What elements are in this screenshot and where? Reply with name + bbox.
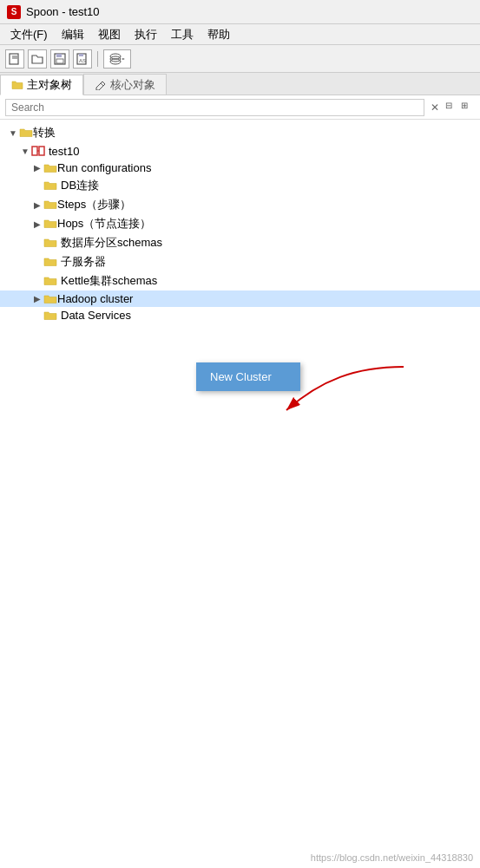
watermark: https://blog.csdn.net/weixin_44318830: [311, 852, 473, 863]
svg-rect-14: [39, 147, 44, 155]
tree-item-db-conn[interactable]: DB连接: [0, 176, 480, 195]
menu-edit[interactable]: 编辑: [56, 25, 89, 44]
arrow-icon: ▶: [31, 219, 43, 229]
svg-rect-5: [56, 59, 63, 63]
menu-execute[interactable]: 执行: [129, 25, 162, 44]
tree-item-run-config[interactable]: ▶ Run configurations: [0, 160, 480, 176]
tree-panel: ▼ 转换 ▼ test10 ▶: [0, 120, 480, 868]
toolbar-new-btn[interactable]: [5, 49, 24, 69]
title-text: Spoon - test10: [26, 5, 100, 18]
folder-icon: [43, 276, 57, 286]
search-icons: ⊟ ⊞: [445, 101, 475, 114]
menu-view[interactable]: 视图: [93, 25, 126, 44]
tree-item-db-partition[interactable]: 数据库分区schemas: [0, 233, 480, 252]
tree-item-steps[interactable]: ▶ Steps（步骤）: [0, 195, 480, 214]
toolbar-layers-btn[interactable]: [103, 49, 131, 69]
folder-icon: [43, 163, 57, 173]
search-clear-btn[interactable]: ✕: [428, 101, 442, 114]
menu-tools[interactable]: 工具: [166, 25, 199, 44]
tree-item-hadoop-cluster[interactable]: ▶ Hadoop cluster: [0, 290, 480, 307]
tree-item-kettle-cluster[interactable]: Kettle集群schemas: [0, 271, 480, 290]
svg-rect-13: [32, 147, 37, 155]
folder-icon: [43, 257, 57, 267]
context-menu: New Cluster: [196, 362, 300, 391]
search-expand-icon[interactable]: ⊞: [461, 101, 475, 114]
tab-main-tree[interactable]: 主对象树: [0, 75, 83, 95]
context-menu-new-cluster[interactable]: New Cluster: [196, 366, 300, 388]
title-bar: S Spoon - test10: [0, 0, 480, 24]
tree-item-hops[interactable]: ▶ Hops（节点连接）: [0, 214, 480, 233]
svg-rect-0: [10, 54, 18, 64]
svg-rect-4: [56, 54, 62, 57]
arrow-icon: ▼: [7, 128, 19, 138]
arrow-icon: ▶: [31, 163, 43, 173]
toolbar-open-btn[interactable]: [28, 49, 47, 69]
tree-item-test10[interactable]: ▼ test10: [0, 142, 480, 160]
arrow-icon: ▶: [31, 294, 43, 303]
pencil-icon: [95, 80, 107, 90]
tab-bar: 主对象树 核心对象: [0, 73, 480, 95]
menu-bar: 文件(F) 编辑 视图 执行 工具 帮助: [0, 24, 480, 45]
folder-icon: [43, 294, 57, 304]
folder-icon: [11, 80, 23, 90]
folder-icon: [43, 219, 57, 229]
toolbar: AS: [0, 45, 480, 73]
toolbar-save-btn[interactable]: [50, 49, 69, 69]
menu-help[interactable]: 帮助: [202, 25, 235, 44]
main-area: 主对象树 核心对象 ✕ ⊟ ⊞ ▼ 转换: [0, 73, 480, 868]
svg-text:AS: AS: [79, 58, 86, 63]
menu-file[interactable]: 文件(F): [5, 25, 53, 44]
toolbar-saveas-btn[interactable]: AS: [73, 49, 92, 69]
tab-core-objects[interactable]: 核心对象: [83, 74, 167, 95]
svg-rect-7: [79, 54, 83, 56]
search-input[interactable]: [5, 99, 424, 116]
tree-item-data-services[interactable]: Data Services: [0, 307, 480, 323]
search-collapse-icon[interactable]: ⊟: [445, 101, 459, 114]
search-bar: ✕ ⊟ ⊞: [0, 95, 480, 120]
folder-icon: [43, 199, 57, 210]
tree-item-sub-server[interactable]: 子服务器: [0, 252, 480, 271]
toolbar-separator: [97, 51, 98, 67]
arrow-icon: ▼: [19, 147, 31, 156]
app-icon: S: [7, 5, 21, 19]
folder-icon: [43, 180, 57, 191]
arrow-icon: ▶: [31, 200, 43, 210]
folder-icon: [19, 127, 33, 138]
svg-line-12: [101, 83, 103, 86]
tree-item-transforms[interactable]: ▼ 转换: [0, 123, 480, 142]
transform-icon: [31, 144, 45, 158]
folder-icon: [43, 310, 57, 321]
folder-icon: [43, 238, 57, 248]
